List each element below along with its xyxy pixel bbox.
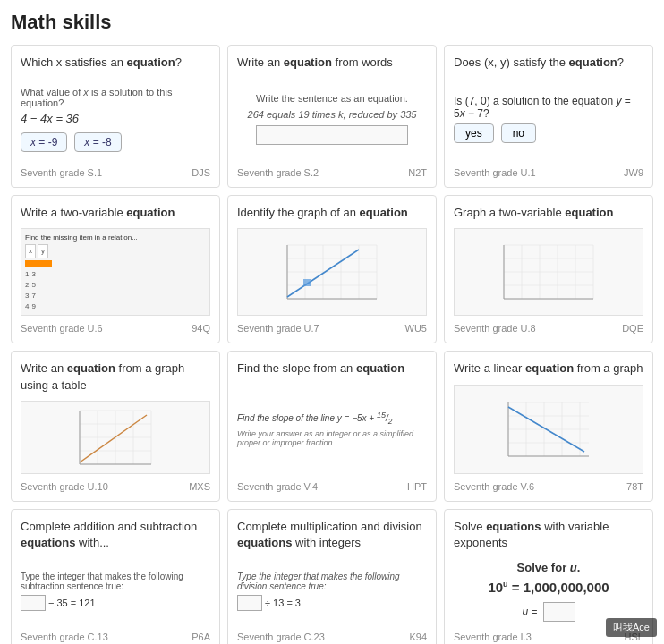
card12-u-label: u = bbox=[522, 606, 537, 618]
card-title-3: Does (x, y) satisfy the equation? bbox=[454, 55, 643, 71]
card-footer-11: Seventh grade C.23 K94 bbox=[237, 631, 427, 642]
answer-btn-neg9[interactable]: x = -9 bbox=[21, 132, 67, 152]
card-body-10: Type the integer that makes the followin… bbox=[21, 558, 210, 624]
card-write-equation-words[interactable]: Write an equation from words Write the s… bbox=[227, 45, 437, 188]
card6-image bbox=[454, 228, 643, 316]
card11-input[interactable] bbox=[237, 595, 262, 611]
card-title-10: Complete addition and subtraction equati… bbox=[21, 519, 210, 551]
card-grade-1: Seventh grade S.1 bbox=[21, 167, 102, 178]
card12-exponent-equation: 10u = 1,000,000,000 bbox=[454, 580, 643, 595]
card-body-2: Write the sentence as an equation. 264 e… bbox=[237, 78, 427, 160]
card2-instruction: Write the sentence as an equation. bbox=[237, 93, 427, 104]
card9-chart-svg bbox=[455, 394, 643, 465]
card-footer-7: Seventh grade U.10 MXS bbox=[21, 481, 210, 492]
card-find-slope[interactable]: Find the slope from an equation Find the… bbox=[227, 351, 437, 501]
card-grade-2: Seventh grade S.2 bbox=[237, 167, 319, 178]
card-body-5 bbox=[237, 228, 427, 316]
card-which-x[interactable]: Which x satisfies an equation? What valu… bbox=[11, 45, 220, 188]
card-grade-10: Seventh grade C.13 bbox=[21, 631, 108, 642]
card-code-4: 94Q bbox=[192, 323, 210, 334]
card6-chart-svg bbox=[455, 236, 643, 308]
card-complete-add-sub[interactable]: Complete addition and subtraction equati… bbox=[11, 509, 220, 644]
card11-equation: ÷ 13 = 3 bbox=[237, 595, 301, 611]
answer-btn-neg8[interactable]: x = -8 bbox=[74, 132, 121, 152]
card-body-4: Find the missing item in a relation... x… bbox=[21, 228, 210, 316]
card-code-7: MXS bbox=[189, 481, 210, 492]
card-body-8: Find the slope of the line y = −5x + 15/… bbox=[237, 385, 427, 474]
card-code-11: K94 bbox=[409, 631, 427, 642]
card-title-4: Write a two-variable equation bbox=[21, 205, 210, 221]
card-complete-mult-div[interactable]: Complete multiplication and division equ… bbox=[227, 509, 437, 644]
card-body-7 bbox=[21, 401, 210, 474]
card7-image bbox=[21, 401, 210, 474]
card-body-9 bbox=[454, 385, 643, 474]
card-footer-3: Seventh grade U.1 JW9 bbox=[454, 167, 643, 178]
card3-buttons: yes no bbox=[454, 123, 536, 143]
card-grade-6: Seventh grade U.8 bbox=[454, 323, 536, 334]
card-grade-3: Seventh grade U.1 bbox=[454, 167, 536, 178]
card10-equation: − 35 = 121 bbox=[21, 595, 96, 611]
card5-image bbox=[237, 228, 427, 316]
page-title: Math skills bbox=[11, 11, 653, 34]
card-footer-1: Seventh grade S.1 DJS bbox=[21, 167, 210, 178]
card-footer-10: Seventh grade C.13 P6A bbox=[21, 631, 210, 642]
card-equation-from-graph-table[interactable]: Write an equation from a graph using a t… bbox=[11, 351, 220, 501]
card-graph-two-variable[interactable]: Graph a two-variable equation bbox=[444, 195, 653, 343]
card1-question: What value of x is a solution to this eq… bbox=[21, 87, 210, 108]
card-footer-5: Seventh grade U.7 WU5 bbox=[237, 323, 427, 334]
card2-problem: 264 equals 19 times k, reduced by 335 bbox=[237, 109, 427, 120]
card12-u-equals: u = bbox=[522, 602, 575, 622]
card-footer-6: Seventh grade U.8 DQE bbox=[454, 323, 643, 334]
card9-image bbox=[454, 385, 643, 474]
card-body-12: Solve for u. 10u = 1,000,000,000 u = bbox=[454, 558, 643, 624]
card10-instruction: Type the integer that makes the followin… bbox=[21, 572, 210, 591]
card10-eq-text: − 35 = 121 bbox=[48, 597, 96, 608]
card-body-6 bbox=[454, 228, 643, 316]
card-code-8: HPT bbox=[407, 481, 427, 492]
card-code-9: 78T bbox=[626, 481, 643, 492]
card-footer-2: Seventh grade S.2 N2T bbox=[237, 167, 427, 178]
watermark: 叫我Ace bbox=[606, 618, 657, 637]
card-body-11: Type the integer that makes the followin… bbox=[237, 558, 427, 624]
card11-instruction: Type the integer that makes the followin… bbox=[237, 572, 427, 591]
slope-instruction: Write your answer as an integer or as a … bbox=[237, 429, 427, 447]
card-title-9: Write a linear equation from a graph bbox=[454, 360, 643, 377]
card-body-1: What value of x is a solution to this eq… bbox=[21, 78, 210, 160]
card12-solve-label: Solve for u. bbox=[454, 561, 643, 574]
card12-u-input[interactable] bbox=[543, 602, 575, 622]
card-grade-5: Seventh grade U.7 bbox=[237, 323, 319, 334]
card-title-12: Solve equations with variable exponents bbox=[454, 519, 643, 551]
card-footer-4: Seventh grade U.6 94Q bbox=[21, 323, 210, 334]
card-code-3: JW9 bbox=[624, 167, 643, 178]
card1-equation: 4 − 4x = 36 bbox=[21, 112, 79, 125]
card-title-2: Write an equation from words bbox=[237, 55, 427, 71]
card-code-2: N2T bbox=[408, 167, 427, 178]
card4-image: Find the missing item in a relation... x… bbox=[21, 228, 210, 316]
no-button[interactable]: no bbox=[501, 123, 536, 143]
yes-button[interactable]: yes bbox=[454, 123, 494, 143]
slope-question: Find the slope of the line y = −5x + 15/… bbox=[237, 411, 392, 426]
card-footer-8: Seventh grade V.4 HPT bbox=[237, 481, 427, 492]
card-grade-12: Seventh grade I.3 bbox=[454, 631, 532, 642]
card-grade-11: Seventh grade C.23 bbox=[237, 631, 325, 642]
orange-highlight bbox=[25, 260, 52, 267]
card7-chart-svg bbox=[21, 402, 209, 473]
card-grade-8: Seventh grade V.4 bbox=[237, 481, 318, 492]
card-does-xy-satisfy[interactable]: Does (x, y) satisfy the equation? Is (7,… bbox=[444, 45, 653, 188]
card-title-1: Which x satisfies an equation? bbox=[21, 55, 210, 71]
card-grade-9: Seventh grade V.6 bbox=[454, 481, 534, 492]
card-code-10: P6A bbox=[192, 631, 210, 642]
card-grade-4: Seventh grade U.6 bbox=[21, 323, 103, 334]
card-footer-9: Seventh grade V.6 78T bbox=[454, 481, 643, 492]
card10-input[interactable] bbox=[21, 595, 46, 611]
card-title-7: Write an equation from a graph using a t… bbox=[21, 360, 210, 393]
cards-grid: Which x satisfies an equation? What valu… bbox=[11, 45, 653, 644]
card-two-variable-equation[interactable]: Write a two-variable equation Find the m… bbox=[11, 195, 220, 343]
card-title-5: Identify the graph of an equation bbox=[237, 205, 427, 221]
card-body-3: Is (7, 0) a solution to the equation y =… bbox=[454, 78, 643, 160]
card2-answer-input[interactable] bbox=[256, 125, 408, 145]
card-identify-graph[interactable]: Identify the graph of an equation bbox=[227, 195, 437, 343]
card-code-1: DJS bbox=[192, 167, 210, 178]
card-linear-equation-graph[interactable]: Write a linear equation from a graph bbox=[444, 351, 653, 501]
card5-chart-svg bbox=[238, 236, 426, 308]
